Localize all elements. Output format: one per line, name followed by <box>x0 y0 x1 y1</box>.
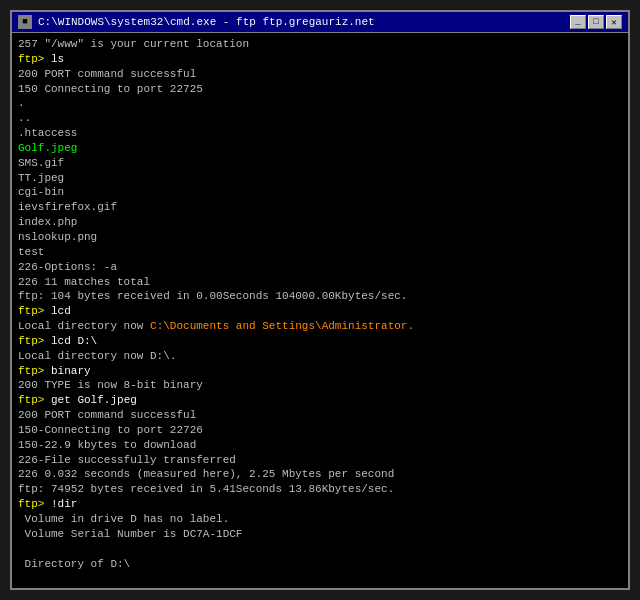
line-7: .htaccess <box>18 126 622 141</box>
minimize-button[interactable]: _ <box>570 15 586 29</box>
line-13: index.php <box>18 215 622 230</box>
line-38: 12/17/2005 12:15 AM <DIR> <box>18 586 622 588</box>
line-18: ftp: 104 bytes received in 0.00Seconds 1… <box>18 289 622 304</box>
line-26: 200 PORT command successful <box>18 408 622 423</box>
line-22: Local directory now D:\. <box>18 349 622 364</box>
title-bar-left: ■ C:\WINDOWS\system32\cmd.exe - ftp ftp.… <box>18 15 375 29</box>
line-2: ftp> ls <box>18 52 622 67</box>
maximize-button[interactable]: □ <box>588 15 604 29</box>
line-29: 226-File successfully transferred <box>18 453 622 468</box>
line-5: . <box>18 96 622 111</box>
line-1: 257 "/www" is your current location <box>18 37 622 52</box>
line-24: 200 TYPE is now 8-bit binary <box>18 378 622 393</box>
line-32: ftp> !dir <box>18 497 622 512</box>
line-17: 226 11 matches total <box>18 275 622 290</box>
line-8: Golf.jpeg <box>18 141 622 156</box>
line-28: 150-22.9 kbytes to download <box>18 438 622 453</box>
line-6: .. <box>18 111 622 126</box>
line-36: Directory of D:\ <box>18 557 622 572</box>
line-35 <box>18 542 622 557</box>
line-33: Volume in drive D has no label. <box>18 512 622 527</box>
line-15: test <box>18 245 622 260</box>
line-27: 150-Connecting to port 22726 <box>18 423 622 438</box>
line-16: 226-Options: -a <box>18 260 622 275</box>
line-3: 200 PORT command successful <box>18 67 622 82</box>
line-34: Volume Serial Number is DC7A-1DCF <box>18 527 622 542</box>
line-30: 226 0.032 seconds (measured here), 2.25 … <box>18 467 622 482</box>
line-10: TT.jpeg <box>18 171 622 186</box>
line-25: ftp> get Golf.jpeg <box>18 393 622 408</box>
line-31: ftp: 74952 bytes received in 5.41Seconds… <box>18 482 622 497</box>
window-icon: ■ <box>18 15 32 29</box>
line-23: ftp> binary <box>18 364 622 379</box>
line-4: 150 Connecting to port 22725 <box>18 82 622 97</box>
line-14: nslookup.png <box>18 230 622 245</box>
line-20: Local directory now C:\Documents and Set… <box>18 319 622 334</box>
line-37 <box>18 571 622 586</box>
line-21: ftp> lcd D:\ <box>18 334 622 349</box>
close-button[interactable]: ✕ <box>606 15 622 29</box>
title-buttons: _ □ ✕ <box>570 15 622 29</box>
terminal-output[interactable]: 257 "/www" is your current location ftp>… <box>12 33 628 588</box>
cmd-window: ■ C:\WINDOWS\system32\cmd.exe - ftp ftp.… <box>10 10 630 590</box>
line-19: ftp> lcd <box>18 304 622 319</box>
line-9: SMS.gif <box>18 156 622 171</box>
line-11: cgi-bin <box>18 185 622 200</box>
line-12: ievsfirefox.gif <box>18 200 622 215</box>
title-bar: ■ C:\WINDOWS\system32\cmd.exe - ftp ftp.… <box>12 12 628 33</box>
window-title: C:\WINDOWS\system32\cmd.exe - ftp ftp.gr… <box>38 16 375 28</box>
